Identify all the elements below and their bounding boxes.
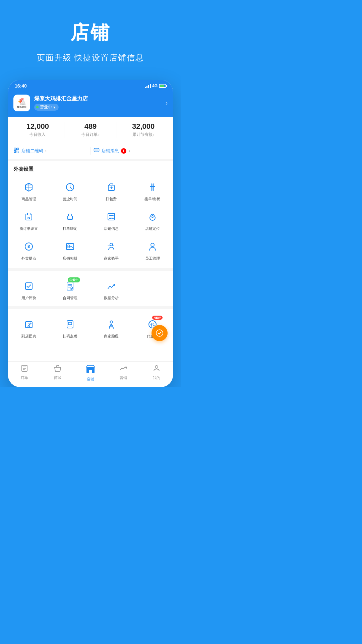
menu-grid-misc: 用户评价 生效中: [8, 275, 173, 305]
time-display: 16:40: [15, 83, 27, 89]
network-type: 4G: [152, 84, 158, 88]
menu-icon-wrapper-scan-order: [63, 317, 77, 332]
nav-profile[interactable]: 我的: [140, 364, 173, 382]
menu-icon-wrapper-tip: ¥: [21, 239, 36, 254]
menu-item-analytics[interactable]: 数据分析: [90, 275, 132, 305]
bottom-nav: 订单 商城: [8, 361, 173, 387]
store-logo-icon: 🐔: [17, 98, 26, 106]
menu-item-reviews[interactable]: 用户评价: [8, 275, 49, 305]
menu-item-packaging[interactable]: 打包费: [90, 176, 132, 206]
nav-orders-label: 订单: [21, 375, 28, 380]
svg-point-28: [112, 218, 114, 219]
menu-label-staff: 员工管理: [145, 256, 160, 261]
menu-icon-wrapper-errand: 跑: [104, 317, 119, 332]
phone-content: 🐔 爆浆鸡排 爆浆大鸡排汇金星力店 营业中 ▾ › 12,00: [8, 91, 173, 387]
svg-rect-23: [68, 214, 72, 216]
svg-point-59: [155, 366, 158, 368]
svg-text:代: 代: [150, 322, 155, 327]
nav-orders[interactable]: 订单: [8, 364, 41, 382]
nav-mall-icon: [54, 364, 62, 374]
menu-icon-wrapper-packaging: [104, 180, 119, 195]
menu-label-store-info: 店铺信息: [104, 226, 119, 231]
nav-store[interactable]: 店铺: [74, 364, 107, 382]
menu-icon-wrapper-album: [63, 239, 77, 254]
message-icon: [94, 147, 100, 155]
quick-links: 店铺二维码 › 店铺消息 1 ›: [8, 143, 173, 161]
page-subtitle: 页面升级 快捷设置店铺信息: [7, 52, 174, 63]
menu-item-hours[interactable]: 营业时间: [49, 176, 90, 206]
stat-orders-label: 今日订单 ›: [64, 132, 117, 138]
menu-item-goods[interactable]: 商品管理: [8, 176, 49, 206]
menu-grid-delivery: 商品管理 营业时间: [8, 176, 173, 265]
menu-item-order-serve[interactable]: 接单/出餐: [132, 176, 173, 206]
menu-label-order-serve: 接单/出餐: [144, 197, 160, 201]
menu-item-location[interactable]: 店铺定位: [132, 206, 173, 235]
menu-item-store-info[interactable]: 店铺信息: [90, 206, 132, 235]
nav-mall[interactable]: 商城: [41, 364, 74, 382]
svg-rect-45: [67, 321, 73, 328]
menu-icon-wrapper-order-serve: [145, 180, 160, 195]
menu-icon-wrapper-staff: [145, 239, 160, 254]
menu-label-errand: 商家跑腿: [104, 334, 119, 338]
svg-text:¥: ¥: [27, 244, 30, 249]
menu-label-tip: 外卖提点: [21, 256, 36, 261]
qr-link-arrow: ›: [45, 149, 47, 153]
menu-item-contract[interactable]: 生效中 合同管理: [49, 275, 90, 305]
menu-label-scan-order: 扫码点餐: [63, 334, 77, 338]
section-title-delivery: 外卖设置: [8, 166, 173, 176]
nav-marketing[interactable]: 营销: [107, 364, 140, 382]
menu-item-preorder[interactable]: 预订单设置: [8, 206, 49, 235]
menu-item-tip[interactable]: ¥ 外卖提点: [8, 236, 49, 265]
nav-marketing-icon: [119, 364, 127, 374]
svg-rect-3: [17, 149, 18, 150]
stat-orders[interactable]: 489 今日订单 ›: [64, 122, 117, 138]
menu-icon-wrapper-print: [63, 209, 77, 224]
menu-icon-wrapper-groupbuy: 才: [21, 317, 36, 332]
menu-item-voucher[interactable]: NEW 代 代金券: [132, 314, 173, 343]
phone-mockup: 16:40 4G 🐔 爆浆鸡排: [8, 80, 173, 387]
svg-point-11: [95, 150, 96, 150]
stat-savings[interactable]: 32,000 累计节省额 ›: [117, 122, 170, 138]
svg-point-36: [151, 243, 154, 247]
message-link[interactable]: 店铺消息 1 ›: [94, 147, 168, 155]
message-link-label: 店铺消息: [102, 148, 119, 154]
menu-item-album[interactable]: 店铺相册: [49, 236, 90, 265]
menu-icon-wrapper-reviews: [21, 279, 36, 293]
menu-item-staff[interactable]: 员工管理: [132, 236, 173, 265]
menu-item-errand[interactable]: 跑 商家跑腿: [90, 314, 132, 343]
store-status-badge[interactable]: 营业中 ▾: [34, 104, 59, 111]
svg-rect-7: [18, 151, 18, 151]
svg-point-12: [96, 150, 97, 150]
menu-icon-wrapper-preorder: [21, 209, 36, 224]
menu-label-location: 店铺定位: [145, 226, 160, 231]
store-name: 爆浆大鸡排汇金星力店: [34, 95, 162, 102]
section-tools: 才 到店团购 扫码点餐: [8, 309, 173, 344]
stat-revenue-value: 12,000: [11, 122, 64, 131]
svg-rect-9: [18, 152, 19, 153]
store-arrow-icon[interactable]: ›: [166, 100, 168, 107]
menu-label-hours: 营业时间: [63, 197, 77, 201]
status-chevron: ▾: [53, 105, 55, 110]
store-logo: 🐔 爆浆鸡排: [13, 95, 30, 111]
menu-item-groupbuy[interactable]: 才 到店团购: [8, 314, 49, 343]
store-header: 🐔 爆浆鸡排 爆浆大鸡排汇金星力店 营业中 ▾ ›: [8, 91, 173, 117]
battery-icon: [159, 84, 166, 88]
store-info: 爆浆大鸡排汇金星力店 营业中 ▾: [34, 95, 162, 111]
menu-label-rider: 商家骑手: [104, 256, 119, 261]
svg-point-35: [110, 243, 113, 246]
menu-item-scan-order[interactable]: 扫码点餐: [49, 314, 90, 343]
nav-orders-icon: [20, 364, 28, 374]
stats-bar: 12,000 今日收入 489 今日订单 › 32,000 累计节省额 ›: [8, 117, 173, 143]
svg-rect-8: [17, 152, 17, 152]
svg-rect-58: [89, 370, 92, 373]
status-bar: 16:40 4G: [8, 80, 173, 91]
menu-item-print[interactable]: 打单绑定: [49, 206, 90, 235]
nav-marketing-label: 营销: [120, 375, 127, 380]
menu-item-rider[interactable]: 商家骑手: [90, 236, 132, 265]
menu-icon-wrapper-analytics: [104, 279, 119, 293]
menu-icon-wrapper-rider: [104, 239, 119, 254]
page-wrapper: 店铺 页面升级 快捷设置店铺信息 16:40 4G 🐔: [0, 0, 181, 387]
menu-label-goods: 商品管理: [21, 197, 36, 201]
message-link-arrow: ›: [129, 149, 130, 153]
qr-code-link[interactable]: 店铺二维码 ›: [13, 147, 88, 155]
